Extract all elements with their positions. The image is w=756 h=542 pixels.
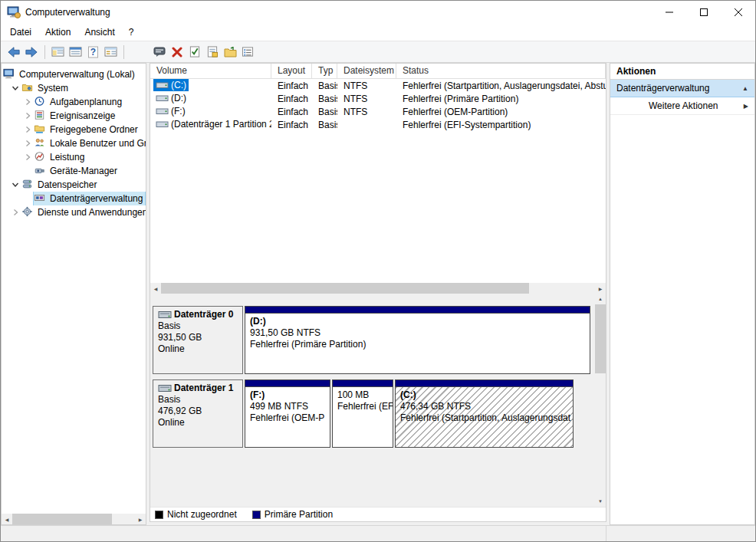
partition-title: (C:) bbox=[400, 389, 568, 401]
tree-item-label: Freigegebene Ordner bbox=[48, 124, 140, 135]
column-header-volume[interactable]: Volume bbox=[150, 64, 271, 78]
column-header-layout[interactable]: Layout bbox=[271, 64, 312, 78]
submenu-expand-icon[interactable]: ▶ bbox=[744, 103, 748, 110]
volume-fs: NTFS bbox=[337, 94, 396, 104]
view-list-button[interactable] bbox=[239, 44, 256, 61]
volume-list-horizontal-scrollbar[interactable]: ◀ ▶ bbox=[150, 283, 606, 294]
action-item-weitere-aktionen[interactable]: Weitere Aktionen ▶ bbox=[610, 97, 754, 115]
close-button[interactable] bbox=[721, 2, 755, 24]
partition-size: 100 MB bbox=[337, 389, 388, 401]
volume-icon bbox=[156, 80, 169, 90]
chevron-right-icon[interactable] bbox=[21, 97, 34, 107]
chevron-right-icon[interactable] bbox=[21, 125, 34, 134]
console-tree-toggle-button[interactable] bbox=[49, 44, 66, 61]
partition-type-stripe bbox=[245, 307, 590, 314]
volume-name: (F:) bbox=[171, 106, 186, 117]
chevron-right-icon[interactable] bbox=[21, 153, 34, 162]
tree-item-lokale-benutzer[interactable]: Lokale Benutzer und Gru bbox=[2, 136, 146, 150]
volume-status: Fehlerfrei (Startpartition, Auslagerungs… bbox=[396, 80, 606, 91]
action-menu-button[interactable] bbox=[151, 44, 168, 61]
collapse-section-icon[interactable]: ▲ bbox=[742, 85, 748, 92]
disk-icon bbox=[158, 310, 173, 320]
column-header-status[interactable]: Status bbox=[396, 64, 606, 78]
volume-status: Fehlerfrei (OEM-Partition) bbox=[396, 107, 606, 117]
column-header-typ[interactable]: Typ bbox=[312, 64, 337, 78]
tree-item-geraete-manager[interactable]: Geräte-Manager bbox=[2, 164, 146, 178]
back-button[interactable] bbox=[5, 44, 22, 61]
volume-row-d[interactable]: (D:) Einfach Basis NTFS Fehlerfrei (Prim… bbox=[150, 92, 606, 105]
volume-typ: Basis bbox=[312, 94, 337, 104]
legend-item-primary-partition: Primäre Partition bbox=[252, 509, 333, 520]
partition-f[interactable]: (F:) 499 MB NTFS Fehlerfrei (OEM-P bbox=[245, 379, 330, 448]
tree-item-system[interactable]: System bbox=[2, 81, 146, 95]
export-list-button[interactable] bbox=[67, 44, 84, 61]
open-folder-button[interactable] bbox=[222, 44, 238, 61]
scrollbar-thumb[interactable] bbox=[595, 304, 606, 373]
tree-item-label: Ereignisanzeige bbox=[48, 110, 117, 121]
partition-c-selected[interactable]: (C:) 476,34 GB NTFS Fehlerfrei (Startpar… bbox=[395, 379, 574, 448]
tree-horizontal-scrollbar[interactable]: ◀ ▶ bbox=[2, 514, 146, 524]
chevron-down-icon[interactable] bbox=[9, 84, 21, 93]
volume-layout: Einfach bbox=[271, 120, 312, 130]
scroll-right-icon[interactable]: ▶ bbox=[595, 283, 606, 294]
volume-row-c[interactable]: (C:) Einfach Basis NTFS Fehlerfrei (Star… bbox=[150, 79, 606, 92]
chevron-down-icon[interactable] bbox=[9, 180, 21, 189]
tree-item-label: System bbox=[35, 83, 71, 94]
scroll-left-icon[interactable]: ◀ bbox=[150, 283, 161, 294]
volume-status: Fehlerfrei (EFI-Systempartition) bbox=[396, 120, 606, 130]
chevron-right-icon[interactable] bbox=[9, 208, 21, 217]
minimize-button[interactable] bbox=[652, 2, 686, 24]
volume-row-partition2[interactable]: (Datenträger 1 Partition 2) Einfach Basi… bbox=[150, 118, 606, 131]
scroll-up-icon[interactable]: ▲ bbox=[595, 294, 606, 304]
disk-1-info[interactable]: Datenträger 1 Basis 476,92 GB Online bbox=[153, 379, 243, 448]
properties-button[interactable] bbox=[102, 44, 119, 61]
action-item-datentraegerverwaltung[interactable]: Datenträgerverwaltung ▲ bbox=[610, 80, 754, 97]
partition-title: (D:) bbox=[250, 316, 585, 327]
title-bar: Computerverwaltung bbox=[1, 1, 755, 24]
scrollbar-thumb[interactable] bbox=[161, 283, 529, 294]
maximize-button[interactable] bbox=[686, 2, 721, 24]
partition-d[interactable]: (D:) 931,50 GB NTFS Fehlerfrei (Primäre … bbox=[245, 306, 590, 374]
legend-label: Nicht zugeordnet bbox=[167, 509, 237, 520]
partition-size: 499 MB NTFS bbox=[250, 401, 325, 412]
graphic-view-vertical-scrollbar[interactable]: ▲ ▼ bbox=[595, 294, 606, 507]
menu-hilfe[interactable]: ? bbox=[122, 25, 141, 40]
storage-icon bbox=[21, 179, 35, 191]
volume-row-f[interactable]: (F:) Einfach Basis NTFS Fehlerfrei (OEM-… bbox=[150, 105, 606, 118]
menu-aktion[interactable]: Aktion bbox=[38, 25, 77, 40]
computer-management-icon bbox=[3, 68, 17, 80]
tree-item-freigegebene-ordner[interactable]: Freigegebene Ordner bbox=[2, 123, 146, 136]
disk-0-info[interactable]: Datenträger 0 Basis 931,50 GB Online bbox=[153, 306, 243, 374]
tree-item-leistung[interactable]: Leistung bbox=[2, 150, 146, 164]
scrollbar-thumb[interactable] bbox=[12, 514, 112, 524]
scroll-down-icon[interactable]: ▼ bbox=[595, 496, 606, 507]
scroll-left-icon[interactable]: ◀ bbox=[2, 514, 12, 524]
unallocated-color-swatch bbox=[155, 511, 163, 519]
tree-item-datentraegerverwaltung[interactable]: Datenträgerverwaltung bbox=[2, 192, 146, 205]
partition-efi[interactable]: 100 MB Fehlerfrei (EF bbox=[332, 379, 393, 448]
set-active-partition-button[interactable] bbox=[186, 44, 203, 61]
delete-volume-button[interactable] bbox=[169, 44, 186, 61]
tree-item-label: Computerverwaltung (Lokal) bbox=[17, 69, 137, 80]
scroll-right-icon[interactable]: ▶ bbox=[135, 514, 146, 524]
tree-item-computerverwaltung[interactable]: Computerverwaltung (Lokal) bbox=[2, 67, 146, 81]
tree-item-label: Leistung bbox=[48, 152, 87, 163]
tree-item-dienste-anwendungen[interactable]: Dienste und Anwendungen bbox=[2, 205, 146, 219]
tree-item-aufgabenplanung[interactable]: Aufgabenplanung bbox=[2, 95, 146, 109]
forward-button[interactable] bbox=[23, 44, 40, 61]
tree-item-ereignisanzeige[interactable]: Ereignisanzeige bbox=[2, 109, 146, 123]
partition-type-stripe bbox=[245, 380, 330, 387]
column-header-dateisystem[interactable]: Dateisystem bbox=[337, 64, 396, 78]
chevron-right-icon[interactable] bbox=[21, 139, 34, 148]
disk-1-row: Datenträger 1 Basis 476,92 GB Online (F:… bbox=[153, 379, 590, 448]
chevron-right-icon[interactable] bbox=[21, 111, 34, 120]
actions-header: Aktionen bbox=[610, 64, 754, 80]
menu-ansicht[interactable]: Ansicht bbox=[77, 25, 121, 40]
help-button[interactable]: ? bbox=[84, 44, 101, 61]
system-folder-icon bbox=[21, 82, 35, 94]
status-bar-divider bbox=[606, 526, 606, 541]
tree-item-datenspeicher[interactable]: Datenspeicher bbox=[2, 178, 146, 192]
change-drive-letter-button[interactable] bbox=[204, 44, 221, 61]
menu-datei[interactable]: Datei bbox=[3, 25, 38, 40]
computer-management-window: Computerverwaltung Datei Aktion Ansicht … bbox=[0, 0, 756, 542]
